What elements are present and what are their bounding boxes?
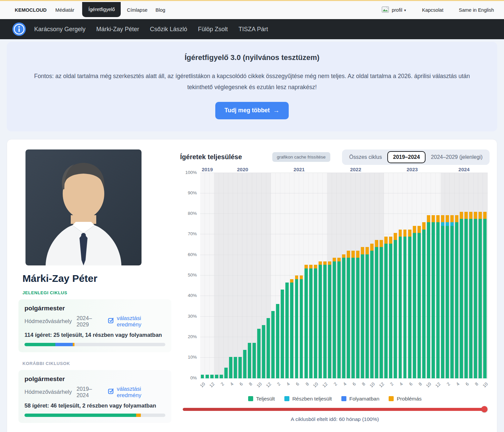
x-tick — [469, 378, 473, 394]
bar-slot — [247, 173, 252, 378]
bar-segment — [441, 222, 444, 226]
bar-slot — [440, 173, 445, 378]
stacked-bar — [220, 173, 223, 378]
broken-image-icon — [382, 6, 389, 14]
stacked-bar — [479, 173, 482, 378]
election-result-link[interactable]: választási eredmény — [108, 386, 165, 398]
bar-segment — [224, 368, 228, 378]
subnav-csozik-laszlo[interactable]: Csőzik László — [150, 26, 187, 33]
bar-segment — [479, 212, 482, 219]
nav-item-kapcsolat[interactable]: Kapcsolat — [422, 7, 444, 13]
nav-item-blog[interactable]: Blog — [156, 7, 165, 13]
bar-segment — [422, 222, 426, 229]
stacked-bar — [417, 173, 421, 378]
stacked-bar — [408, 173, 411, 378]
cycle-years: 2019–2024 — [76, 386, 103, 398]
bar-slot — [290, 173, 294, 378]
bar-segment — [389, 237, 392, 244]
subnav-fulop-zsolt[interactable]: Fülöp Zsolt — [198, 26, 228, 33]
bar-slot — [266, 173, 271, 378]
nav-item-english[interactable]: Same in English — [459, 7, 494, 13]
refresh-cache-button[interactable]: grafikon cache frissítése — [272, 152, 331, 162]
bar-segment — [295, 279, 298, 378]
bar-segment — [370, 244, 374, 251]
bar-slot — [412, 173, 417, 378]
info-icon[interactable] — [12, 22, 26, 36]
stacked-bar — [361, 173, 364, 378]
x-tick: 12 — [323, 378, 327, 394]
bar-segment — [300, 275, 303, 279]
x-tick: 6 — [351, 378, 356, 394]
profile-dropdown[interactable]: profil▼ — [392, 7, 406, 13]
bar-slot — [323, 173, 327, 378]
x-tick — [337, 378, 341, 394]
brand-kemocloud[interactable]: KEMOCLOUD — [15, 7, 47, 13]
tab-all-cycles[interactable]: Összes ciklus — [344, 151, 387, 163]
x-tick: 2 — [389, 378, 393, 394]
stacked-bar — [380, 173, 383, 378]
bar-segment — [337, 261, 341, 378]
bar-segment — [394, 233, 397, 240]
x-tick-label: 10 — [482, 381, 489, 388]
nav-item-igeretfigyelo[interactable]: Ígéretfigyelő — [82, 2, 121, 17]
bar-slot — [285, 173, 290, 378]
x-tick: 2 — [219, 378, 224, 394]
year-label: 2021 — [293, 167, 304, 172]
bar-slot — [233, 173, 238, 378]
election-result-link[interactable]: választási eredmény — [108, 315, 165, 328]
nav-item-cimlapse[interactable]: Címlapse — [127, 7, 147, 13]
promise-summary: 114 ígéret: 25 teljesült, 14 részben vag… — [24, 332, 165, 338]
bar-slot — [327, 173, 332, 378]
bar-slot — [341, 173, 346, 378]
bar-segment — [413, 233, 416, 378]
x-tick — [252, 378, 257, 394]
x-tick — [356, 378, 360, 394]
bar-segment — [337, 258, 341, 261]
subnav-karacsony-gergely[interactable]: Karácsony Gergely — [34, 26, 86, 33]
x-tick: 10 — [483, 378, 488, 394]
bar-segment — [441, 215, 444, 222]
stacked-bar — [281, 173, 284, 378]
tab-2019-2024[interactable]: 2019–2024 — [387, 151, 426, 163]
bar-segment — [271, 311, 275, 378]
profile-column: Márki-Zay Péter JELENLEGI CIKLUS polgárm… — [14, 149, 171, 428]
stacked-bar — [267, 173, 270, 378]
bar-segment — [417, 226, 421, 233]
x-tick: 10 — [426, 378, 431, 394]
bar-segment — [474, 219, 477, 378]
bar-segment — [356, 258, 359, 378]
stacked-bar — [441, 173, 444, 378]
stacked-bar — [304, 173, 308, 378]
elapsed-time-slider[interactable] — [183, 408, 486, 411]
tab-2024-2029[interactable]: 2024–2029 (jelenlegi) — [426, 151, 488, 163]
legend-label: Teljesült — [256, 396, 275, 402]
bar-segment — [432, 215, 435, 222]
bar-slot — [473, 173, 478, 378]
bar-segment — [375, 240, 378, 247]
bar-slot — [210, 173, 214, 378]
subnav-tisza-part[interactable]: TISZA Párt — [238, 26, 268, 33]
stacked-bar — [314, 173, 317, 378]
x-tick: 12 — [436, 378, 440, 394]
bar-segment — [469, 219, 472, 378]
nav-item-mediatar[interactable]: Médiatár — [55, 7, 74, 13]
city-label: Hódmezővásárhely — [24, 389, 72, 395]
bar-segment — [309, 268, 313, 378]
x-tick: 2 — [276, 378, 280, 394]
stacked-bar — [253, 173, 256, 378]
chevron-down-icon: ▼ — [404, 9, 407, 12]
bar-segment — [422, 230, 426, 378]
stacked-bar — [276, 173, 279, 378]
learn-more-button[interactable]: Tudj meg többet → — [215, 102, 289, 119]
x-tick — [224, 378, 228, 394]
x-tick: 10 — [200, 378, 205, 394]
subnav-marki-zay-peter[interactable]: Márki-Zay Péter — [96, 26, 139, 33]
slider-handle[interactable] — [481, 406, 488, 413]
politician-name: Márki-Zay Péter — [18, 273, 171, 284]
bar-slot — [455, 173, 459, 378]
x-tick — [422, 378, 426, 394]
stacked-bar — [399, 173, 402, 378]
x-tick: 6 — [407, 378, 412, 394]
y-tick-label: 70% — [180, 231, 197, 236]
bar-segment — [408, 237, 411, 378]
